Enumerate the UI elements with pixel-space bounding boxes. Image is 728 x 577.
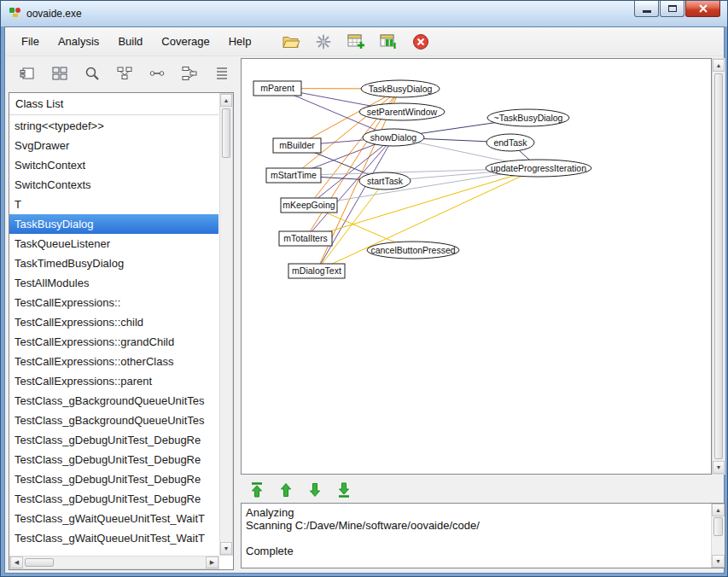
class-list-item[interactable]: TestClass_gDebugUnitTest_DebugRe	[9, 489, 218, 509]
client-area: FileAnalysisBuildCoverageHelp Class List…	[4, 26, 725, 574]
class-list-item[interactable]: SwitchContexts	[9, 175, 218, 195]
zone-diagram-icon[interactable]	[50, 63, 70, 84]
log-line: Complete	[246, 545, 711, 557]
diagram-node-mstarttime[interactable]: mStartTime	[266, 168, 321, 183]
class-list-item[interactable]: TaskBusyDialog	[9, 214, 218, 234]
diagram-node-starttask[interactable]: startTask	[359, 172, 411, 189]
diagram-node-mdialogtext[interactable]: mDialogText	[288, 264, 345, 278]
class-list-item[interactable]: TaskQueueListener	[9, 234, 218, 254]
diagram-node-mbuilder[interactable]: mBuilder	[273, 138, 321, 153]
maximize-button[interactable]	[660, 1, 684, 17]
class-list-item[interactable]: TestCallExpressions::	[9, 293, 218, 312]
class-list-item[interactable]: TestCallExpressions::grandChild	[9, 332, 218, 352]
menu-help[interactable]: Help	[219, 32, 261, 51]
move-top-icon[interactable]	[246, 479, 268, 501]
move-up-icon[interactable]	[275, 479, 297, 501]
diagram-node-updateprogressiteration[interactable]: updateProgressIteration	[486, 160, 591, 177]
diagram-node-taskbusydialog_dtor[interactable]: ~TaskBusyDialog	[487, 109, 569, 126]
operation-diagram-icon[interactable]	[147, 63, 167, 84]
class-list-item[interactable]: TestClass_gBackgroundQueueUnitTes	[9, 391, 218, 411]
minimize-icon	[643, 10, 651, 13]
class-list-item[interactable]: TestClass_gDebugUnitTest_DebugRe	[9, 469, 218, 489]
scrollbar-thumb[interactable]	[25, 558, 54, 567]
menu-coverage[interactable]: Coverage	[152, 32, 218, 51]
svg-text:cancelButtonPressed: cancelButtonPressed	[370, 245, 455, 255]
log-panel: AnalyzingScanning C:/Dave/Mine/software/…	[241, 503, 725, 568]
build-icon[interactable]	[344, 31, 368, 53]
classlist-vscrollbar[interactable]	[219, 93, 233, 556]
stop-icon[interactable]	[409, 31, 433, 53]
title-bar: oovaide.exe	[1, 1, 727, 26]
diagram-node-mparent[interactable]: mParent	[253, 81, 301, 96]
scrollbar-thumb[interactable]	[714, 73, 723, 459]
diagram-node-setparentwindow[interactable]: setParentWindow	[359, 103, 445, 120]
svg-text:mBuilder: mBuilder	[279, 140, 315, 150]
analyze-icon[interactable]	[312, 31, 335, 53]
menu-build[interactable]: Build	[108, 32, 152, 51]
move-bottom-icon[interactable]	[333, 479, 355, 501]
class-list-item[interactable]: SwitchContext	[9, 155, 218, 175]
minimize-button[interactable]	[634, 1, 659, 17]
diagram-node-showdialog[interactable]: showDialog	[363, 129, 424, 146]
diagram-node-endtask[interactable]: endTask	[486, 134, 534, 151]
class-list-panel: Class List string<<typedef>>SvgDrawerSwi…	[9, 92, 234, 570]
scroll-down-button[interactable]	[220, 542, 232, 555]
class-list-item[interactable]: TestClass_gWaitQueueUnitTest_WaitT	[9, 509, 218, 528]
class-list-header: Class List	[9, 93, 218, 115]
svg-text:~TaskBusyDialog: ~TaskBusyDialog	[494, 113, 563, 123]
scroll-down-button[interactable]	[712, 555, 725, 568]
class-list-item[interactable]: TaskTimedBusyDialog	[9, 254, 218, 273]
class-list-item[interactable]: TestCallExpressions::child	[9, 312, 218, 332]
class-list-item[interactable]: TestClass_gDebugUnitTest_DebugRe	[9, 450, 218, 469]
close-button[interactable]	[685, 1, 720, 17]
log-output: AnalyzingScanning C:/Dave/Mine/software/…	[242, 504, 711, 568]
svg-text:setParentWindow: setParentWindow	[367, 107, 438, 117]
coverage-build-icon[interactable]	[376, 31, 400, 53]
top-bar: FileAnalysisBuildCoverageHelp	[5, 27, 724, 56]
scrollbar-thumb[interactable]	[222, 108, 230, 158]
diagram-node-mkeepgoing[interactable]: mKeepGoing	[281, 198, 337, 213]
open-folder-icon[interactable]	[279, 31, 303, 53]
scroll-up-button[interactable]	[713, 59, 725, 72]
log-line: Analyzing	[246, 506, 711, 519]
svg-text:mDialogText: mDialogText	[292, 265, 341, 276]
operation-diagram-svg: mParentmBuildermStartTimemKeepGoingmTota…	[242, 59, 711, 474]
log-vscrollbar[interactable]	[711, 504, 725, 568]
svg-text:startTask: startTask	[367, 176, 404, 186]
menu-file[interactable]: File	[12, 32, 49, 51]
scroll-left-button[interactable]	[10, 557, 23, 568]
journal-list-icon[interactable]	[212, 63, 232, 84]
main-toolbar	[279, 31, 441, 53]
scroll-down-button[interactable]	[713, 461, 725, 474]
scroll-right-button[interactable]	[206, 557, 218, 568]
diagram-node-mtotaliters[interactable]: mTotalIters	[279, 231, 332, 246]
class-list-item[interactable]: TestCallExpressions::parent	[9, 371, 218, 391]
menu-analysis[interactable]: Analysis	[49, 32, 108, 51]
diagram-vscrollbar[interactable]	[712, 58, 725, 475]
portion-diagram-icon[interactable]	[114, 63, 135, 84]
include-diagram-icon[interactable]	[179, 63, 200, 84]
window-title: oovaide.exe	[26, 8, 82, 20]
classlist-hscrollbar[interactable]	[9, 556, 219, 569]
scrollbar-thumb[interactable]	[713, 517, 723, 536]
svg-text:mKeepGoing: mKeepGoing	[282, 200, 335, 210]
diagram-node-cancelbuttonpressed[interactable]: cancelButtonPressed	[367, 242, 459, 259]
component-diagram-icon[interactable]	[17, 63, 38, 84]
class-list-item[interactable]: string<<typedef>>	[9, 116, 218, 136]
diagram-node-taskbusydialog_ctor[interactable]: TaskBusyDialog	[361, 80, 440, 97]
class-list-item[interactable]: TestClass_gDebugUnitTest_DebugRe	[9, 430, 218, 450]
scroll-up-button[interactable]	[712, 504, 725, 516]
class-diagram-icon[interactable]	[82, 63, 102, 84]
class-list-item[interactable]: SvgDrawer	[9, 136, 218, 155]
menu-bar: FileAnalysisBuildCoverageHelp	[12, 32, 260, 51]
class-list-item[interactable]: T	[9, 195, 218, 214]
scroll-up-button[interactable]	[220, 94, 232, 107]
class-list-item[interactable]: TestClass_gWaitQueueUnitTest_WaitT	[9, 528, 218, 548]
move-down-icon[interactable]	[304, 479, 326, 501]
class-list-item[interactable]: TestAllModules	[9, 273, 218, 293]
class-list-item[interactable]: TestClass_gBackgroundQueueUnitTes	[9, 411, 218, 430]
diagram-edge	[306, 168, 539, 239]
class-list-item[interactable]: TestCallExpressions::otherClass	[9, 352, 218, 371]
log-line	[246, 532, 711, 545]
diagram-toolbar	[10, 59, 237, 88]
